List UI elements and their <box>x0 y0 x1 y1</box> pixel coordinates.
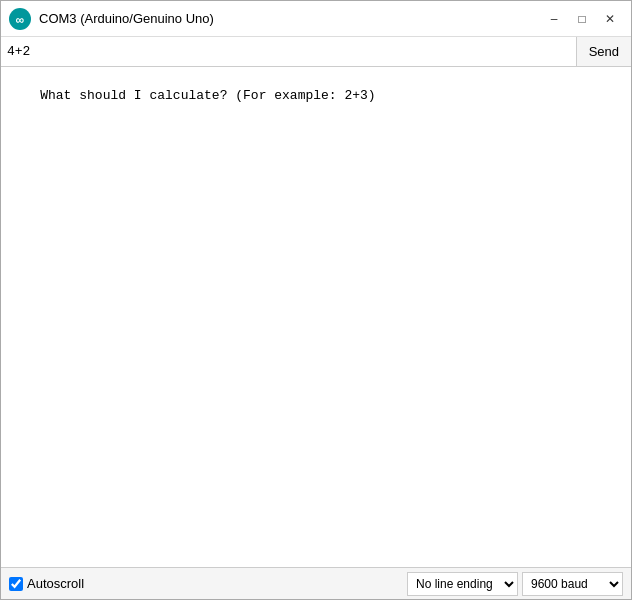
close-button[interactable]: ✕ <box>597 8 623 30</box>
svg-text:∞: ∞ <box>16 12 25 26</box>
title-bar: ∞ COM3 (Arduino/Genuino Uno) – □ ✕ <box>1 1 631 37</box>
maximize-button[interactable]: □ <box>569 8 595 30</box>
serial-output: What should I calculate? (For example: 2… <box>1 67 631 567</box>
status-bar: Autoscroll No line ending Newline Carria… <box>1 567 631 599</box>
input-bar: Send <box>1 37 631 67</box>
autoscroll-checkbox[interactable] <box>9 577 23 591</box>
window-controls: – □ ✕ <box>541 8 623 30</box>
baud-rate-select[interactable]: 300 baud 1200 baud 2400 baud 4800 baud 9… <box>522 572 623 596</box>
arduino-logo: ∞ <box>9 8 31 30</box>
send-button[interactable]: Send <box>576 37 631 66</box>
autoscroll-label[interactable]: Autoscroll <box>27 576 84 591</box>
output-text: What should I calculate? (For example: 2… <box>40 88 375 103</box>
status-right: No line ending Newline Carriage return B… <box>407 572 623 596</box>
autoscroll-area: Autoscroll <box>9 576 407 591</box>
minimize-button[interactable]: – <box>541 8 567 30</box>
window-title: COM3 (Arduino/Genuino Uno) <box>39 11 541 26</box>
serial-input[interactable] <box>1 37 576 66</box>
line-ending-select[interactable]: No line ending Newline Carriage return B… <box>407 572 518 596</box>
serial-monitor-window: ∞ COM3 (Arduino/Genuino Uno) – □ ✕ Send … <box>0 0 632 600</box>
